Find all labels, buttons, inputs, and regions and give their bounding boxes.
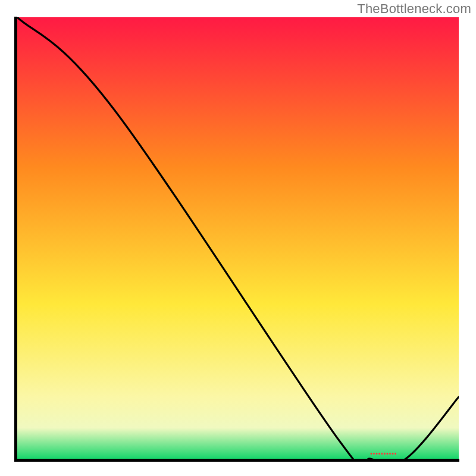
watermark-text: TheBottleneck.com — [357, 1, 471, 17]
plot-area: •••••••••• — [17, 17, 459, 459]
x-axis — [17, 459, 459, 462]
minimum-marker-label: •••••••••• — [370, 450, 397, 457]
plot-svg — [17, 17, 459, 459]
gradient-background — [17, 17, 459, 459]
y-axis — [14, 17, 17, 462]
chart-root: TheBottleneck.com •••••••••• — [0, 0, 476, 476]
